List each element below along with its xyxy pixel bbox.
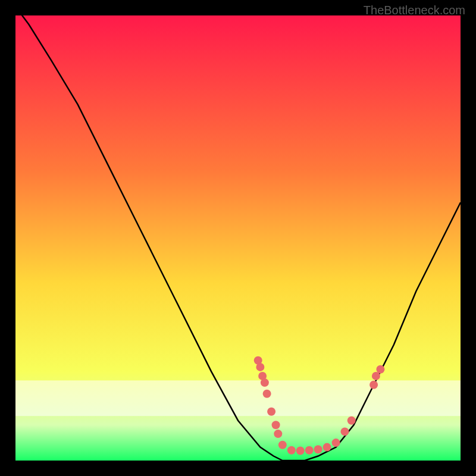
data-point	[274, 430, 282, 438]
data-point	[347, 416, 356, 425]
data-point	[323, 443, 331, 452]
data-point	[296, 447, 305, 455]
data-point	[263, 390, 271, 398]
data-point	[272, 421, 280, 429]
data-point	[256, 363, 264, 371]
data-point	[369, 381, 378, 389]
chart-container: TheBottleneck.com	[0, 0, 476, 476]
plot-area	[15, 15, 461, 461]
data-point	[278, 441, 287, 449]
data-point	[267, 408, 275, 416]
data-point	[261, 378, 269, 387]
data-point	[341, 427, 349, 436]
data-point	[376, 365, 384, 374]
data-point	[314, 445, 322, 453]
data-point	[332, 439, 340, 447]
data-point	[305, 446, 314, 455]
chart-svg	[15, 15, 461, 461]
highlight-band	[15, 380, 461, 416]
data-point	[287, 446, 296, 455]
watermark-text: TheBottleneck.com	[364, 4, 465, 17]
